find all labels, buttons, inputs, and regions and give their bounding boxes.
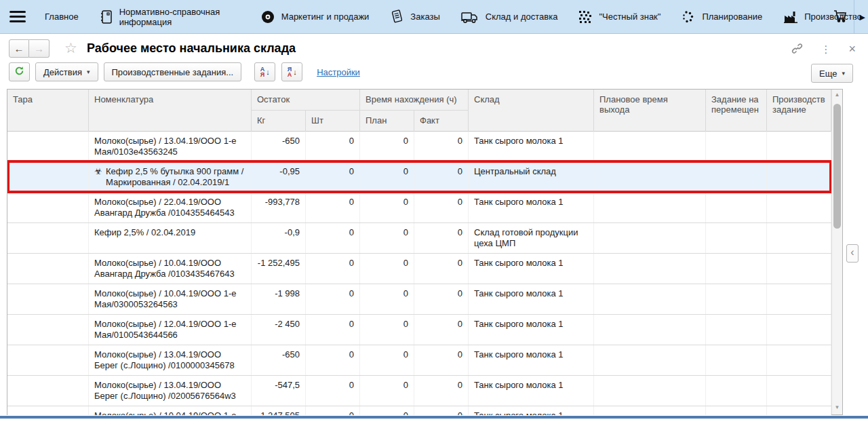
nav-separator <box>854 0 854 34</box>
column-header-prod-task[interactable]: Производств задание <box>767 90 831 132</box>
nav-item-label: Склад и доставка <box>486 12 558 22</box>
cell-plan: 0 <box>360 223 414 253</box>
nav-item-chestny-znak[interactable]: "Честный знак" <box>578 9 660 24</box>
cell-kg: -1 252,495 <box>252 254 306 284</box>
cell-sht: 0 <box>306 254 360 284</box>
sort-ascending-button[interactable]: АЯ ↓ <box>254 62 275 81</box>
nav-right: ▶ <box>832 0 868 34</box>
close-icon[interactable]: × <box>848 44 856 54</box>
cell-move-task <box>706 376 767 406</box>
sort-desc-icon: ЯА <box>288 66 292 77</box>
chevron-left-icon: ‹ <box>850 246 854 258</box>
cell-sht: 0 <box>306 406 360 415</box>
nav-item-nsi[interactable]: Нормативно-справочная информация <box>99 7 240 27</box>
cell-sklad: Танк сырого молока 1 <box>469 254 594 284</box>
hamburger-menu-icon[interactable] <box>9 11 26 22</box>
vertical-scrollbar[interactable]: ▲ ▼ <box>831 90 842 414</box>
more-button[interactable]: Еще ▾ <box>811 64 853 83</box>
table-row[interactable]: Кефир 2,5% / 02.04.2019-0,9000Склад гото… <box>7 223 831 254</box>
refresh-button[interactable] <box>9 62 30 81</box>
link-icon[interactable] <box>791 43 803 56</box>
cell-plan-time <box>594 162 706 192</box>
cell-sht: 0 <box>306 193 360 222</box>
scroll-down-icon[interactable]: ▼ <box>832 404 842 410</box>
favorite-star-icon[interactable]: ☆ <box>64 40 77 56</box>
toolbar: Действия ▾ Производственные задания... А… <box>0 62 868 85</box>
cell-prod-task <box>767 254 831 284</box>
nav-item-label: Заказы <box>410 12 439 22</box>
cell-prod-task <box>767 315 831 345</box>
cell-plan-time <box>594 315 706 345</box>
cell-tara <box>7 406 89 415</box>
cell-sklad: Танк сырого молока 1 <box>469 376 594 406</box>
actions-button[interactable]: Действия ▾ <box>35 62 98 81</box>
cell-nomenclature: Молоко(сырье) / 13.04.19/ООО Берег (с.Ло… <box>89 376 252 406</box>
table-row[interactable]: Молоко(сырье) / 13.04.19/ООО Берег (с.Ло… <box>7 345 831 376</box>
cell-nomenclature: Молоко(сырье) / 12.04.19/ООО 1-е Мая/010… <box>89 315 252 345</box>
column-header-kg[interactable]: Кг <box>252 111 306 132</box>
receipt-icon <box>389 9 404 24</box>
nav-item-warehouse[interactable]: Склад и доставка <box>460 9 558 24</box>
sort-asc-icon: АЯ <box>260 66 265 77</box>
column-header-fakt[interactable]: Факт <box>414 111 469 132</box>
cell-plan-time <box>594 223 706 253</box>
settings-link[interactable]: Настройки <box>317 67 360 77</box>
sort-descending-button[interactable]: ЯА ↓ <box>281 62 302 81</box>
nav-overflow-arrow-icon[interactable]: ▶ <box>857 13 868 22</box>
back-button[interactable]: ← <box>9 39 29 58</box>
column-header-plan[interactable]: План <box>360 111 414 132</box>
nav-item-planning[interactable]: Планирование <box>681 9 762 24</box>
cell-sklad: Танк сырого молока 1 <box>469 132 594 161</box>
cell-fakt: 0 <box>414 345 469 375</box>
table-row[interactable]: Молоко(сырье) / 13.04.19/ООО 1-е Мая/010… <box>7 132 831 162</box>
cell-move-task <box>706 162 767 192</box>
cell-fakt: 0 <box>414 254 469 284</box>
nav-item-marketing[interactable]: Маркетинг и продажи <box>260 9 370 24</box>
cart-icon[interactable] <box>832 7 848 26</box>
column-header-move-task[interactable]: Задание на перемещен <box>706 90 767 132</box>
column-header-tara[interactable]: Тара <box>7 90 89 132</box>
arrow-down-icon: ↓ <box>266 68 270 76</box>
cell-plan: 0 <box>360 162 414 192</box>
window-bottom-edge <box>0 416 868 419</box>
table-row[interactable]: Молоко(сырье) / 12.04.19/ООО 1-е Мая/010… <box>7 315 831 345</box>
datamatrix-icon <box>578 9 593 24</box>
cell-plan-time <box>594 406 706 415</box>
table-row[interactable]: Молоко(сырье) / 10.04.19/ООО Авангард Др… <box>7 254 831 284</box>
cell-kg: -1 247,505 <box>252 406 306 415</box>
dots-icon <box>681 9 696 24</box>
table-row[interactable]: Молоко(сырье) / 10.04.19/ООО 1-е-1 247,5… <box>7 406 831 415</box>
nav-item-label: Главное <box>45 12 79 22</box>
cell-tara <box>7 376 89 406</box>
cell-sklad: Центральный склад <box>469 162 594 192</box>
table-row-selected[interactable]: ☣Кефир 2,5 % бутылка 900 грамм / Маркиро… <box>7 162 831 193</box>
top-navigation-bar: ГлавноеНормативно-справочная информацияМ… <box>0 0 868 34</box>
production-tasks-label: Производственные задания... <box>112 67 234 77</box>
table-row[interactable]: Молоко(сырье) / 13.04.19/ООО Берег (с.Ло… <box>7 376 831 406</box>
production-tasks-button[interactable]: Производственные задания... <box>104 62 242 81</box>
column-header-plan-time[interactable]: Плановое время выхода <box>594 90 706 132</box>
nav-item-main[interactable]: Главное <box>45 12 79 22</box>
scroll-up-icon[interactable]: ▲ <box>832 92 842 98</box>
column-header-nomenclature[interactable]: Номенклатура <box>89 90 252 132</box>
nav-item-orders[interactable]: Заказы <box>389 9 439 24</box>
table-row[interactable]: Молоко(сырье) / 10.04.19/ООО 1-е Мая/030… <box>7 284 831 315</box>
cell-sht: 0 <box>306 315 360 345</box>
scrollbar-thumb[interactable] <box>833 104 841 229</box>
more-button-label: Еще <box>819 69 837 79</box>
cell-prod-task <box>767 284 831 314</box>
cell-move-task <box>706 254 767 284</box>
nav-item-label: Планирование <box>702 12 762 22</box>
cell-fakt: 0 <box>414 132 469 161</box>
forward-button[interactable]: → <box>29 39 50 58</box>
more-menu-icon[interactable]: ⋮ <box>821 44 831 54</box>
cell-plan: 0 <box>360 193 414 222</box>
cell-tara <box>7 254 89 284</box>
column-header-vremya[interactable]: Время нахождения (ч) <box>360 90 469 111</box>
column-header-sht[interactable]: Шт <box>306 111 360 132</box>
column-header-sklad[interactable]: Склад <box>469 90 594 132</box>
table-row[interactable]: Молоко(сырье) / 22.04.19/ООО Авангард Др… <box>7 193 831 223</box>
cell-sklad: Танк сырого молока 1 <box>469 345 594 375</box>
collapse-panel-button[interactable]: ‹ <box>846 244 859 263</box>
column-header-ostatok[interactable]: Остаток <box>252 90 360 111</box>
